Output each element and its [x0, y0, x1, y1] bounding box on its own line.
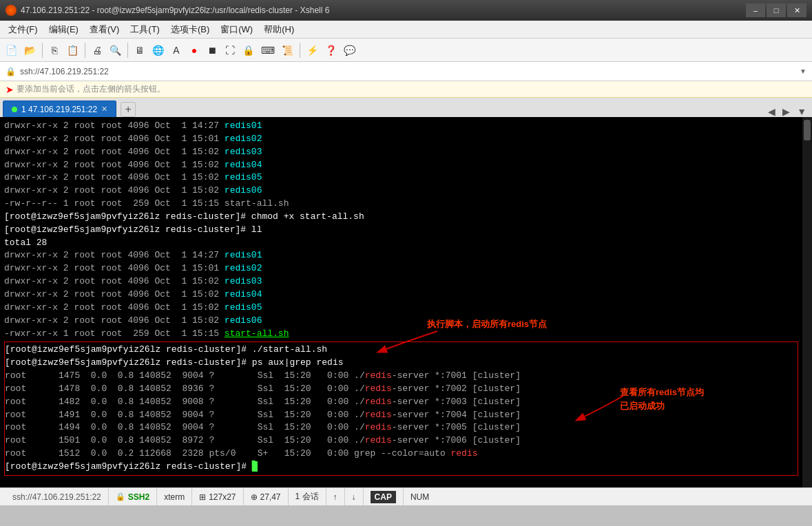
address-text: ssh://47.106.219.251:22 — [20, 67, 795, 76]
sessions-text: 1 会话 — [295, 491, 319, 503]
addressbar: 🔒 ssh://47.106.219.251:22 ▼ — [0, 62, 812, 81]
scroll-thumb[interactable] — [804, 120, 811, 140]
terminal-line: drwxr-xr-x 2 root root 4096 Oct 1 15:02 … — [4, 185, 798, 198]
terminal-line: root 1494 0.0 0.8 140852 9004 ? Ssl 15:2… — [5, 421, 798, 434]
terminal-line: drwxr-xr-x 2 root root 4096 Oct 1 15:02 … — [4, 288, 798, 302]
menu-edit[interactable]: 编辑(E) — [43, 21, 84, 38]
cursor-icon: ⊕ — [251, 492, 258, 502]
toolbar-lock[interactable]: 🔒 — [240, 42, 257, 59]
tab-navigation: ◀ ▶ ▼ — [765, 106, 809, 117]
ssh-address-text: ssh://47.106.219.251:22 — [12, 492, 101, 502]
terminal-line: root 1512 0.0 0.2 112668 2328 pts/0 S+ 1… — [5, 448, 798, 461]
toolbar-keyboard[interactable]: ⌨ — [258, 42, 278, 59]
size-icon: ⊞ — [199, 492, 206, 502]
status-cursor: ⊕ 27,47 — [244, 488, 289, 505]
toolbar-network[interactable]: 🌐 — [149, 42, 167, 59]
tab-session[interactable]: 1 47.106.219.251:22 ✕ — [3, 101, 116, 117]
vertical-scrollbar[interactable] — [802, 117, 812, 487]
status-cap: CAP — [364, 488, 404, 505]
toolbar-connect[interactable]: 🖥 — [132, 42, 148, 59]
protocol-text: SSH2 — [128, 492, 149, 502]
menu-help[interactable]: 帮助(H) — [258, 21, 300, 38]
menu-tools[interactable]: 工具(T) — [125, 21, 165, 38]
status-ssh-address: ssh://47.106.219.251:22 — [6, 488, 109, 505]
hint-arrow-icon: ➤ — [6, 84, 14, 95]
ssh2-icon: 🔒 — [116, 492, 125, 501]
toolbar-fullscreen[interactable]: ⛶ — [222, 42, 238, 59]
scroll-down-icon[interactable]: ↓ — [352, 492, 356, 502]
toolbar-font[interactable]: A — [168, 42, 185, 59]
toolbar: 📄 📂 ⎘ 📋 🖨 🔍 🖥 🌐 A ● ⏹ ⛶ 🔒 ⌨ 📜 ⚡ ❓ 💬 — [0, 39, 812, 62]
separator2 — [85, 43, 85, 58]
terminal-line: [root@izwz9ef5sjam9pvfyiz26lz redis-clus… — [5, 357, 798, 370]
toolbar-new[interactable]: 📄 — [3, 42, 20, 59]
app-icon — [6, 5, 17, 16]
menu-tabs[interactable]: 选项卡(B) — [165, 21, 215, 38]
toolbar-stop[interactable]: ⏹ — [204, 42, 220, 59]
tabbar: 1 47.106.219.251:22 ✕ + ◀ ▶ ▼ — [0, 98, 812, 117]
terminal-line: root 1501 0.0 0.8 140852 8972 ? Ssl 15:2… — [5, 434, 798, 448]
toolbar-copy[interactable]: ⎘ — [46, 42, 63, 59]
toolbar-red[interactable]: ● — [186, 42, 202, 59]
terminal-line: total 28 — [4, 237, 798, 250]
toolbar-script[interactable]: 📜 — [279, 42, 296, 59]
titlebar: 47.106.219.251:22 - root@izwz9ef5sjam9pv… — [0, 0, 812, 21]
status-num: NUM — [404, 488, 436, 505]
toolbar-print[interactable]: 🖨 — [89, 42, 105, 59]
terminal-line: [root@izwz9ef5sjam9pvfyiz26lz redis-clus… — [4, 211, 798, 224]
terminal-line: drwxr-xr-x 2 root root 4096 Oct 1 15:01 … — [4, 262, 798, 275]
terminal-line: drwxr-xr-x 2 root root 4096 Oct 1 15:02 … — [4, 171, 798, 185]
window-title: 47.106.219.251:22 - root@izwz9ef5sjam9pv… — [21, 6, 746, 15]
tab-add-button[interactable]: + — [121, 102, 136, 117]
toolbar-find[interactable]: 🔍 — [107, 42, 124, 59]
terminal-line: [root@izwz9ef5sjam9pvfyiz26lz redis-clus… — [5, 344, 798, 357]
terminal-line: drwxr-xr-x 2 root root 4096 Oct 1 15:01 … — [4, 133, 798, 146]
terminal[interactable]: drwxr-xr-x 2 root root 4096 Oct 1 14:27 … — [0, 117, 802, 487]
terminal-line: root 1491 0.0 0.8 140852 9004 ? Ssl 15:2… — [5, 409, 798, 422]
status-scroll-up[interactable]: ↑ — [326, 488, 345, 505]
close-button[interactable]: ✕ — [787, 3, 806, 17]
toolbar-chat[interactable]: 💬 — [341, 42, 358, 59]
separator4 — [300, 43, 300, 58]
address-dropdown[interactable]: ▼ — [800, 67, 806, 75]
encoding-text: xterm — [164, 492, 185, 502]
terminal-line: root 1475 0.0 0.8 140852 9004 ? Ssl 15:2… — [5, 370, 798, 383]
terminal-container: drwxr-xr-x 2 root root 4096 Oct 1 14:27 … — [0, 117, 812, 487]
separator — [42, 43, 43, 58]
terminal-line: root 1482 0.0 0.8 140852 9008 ? Ssl 15:2… — [5, 396, 798, 409]
terminal-line: [root@izwz9ef5sjam9pvfyiz26lz redis-clus… — [5, 461, 798, 474]
toolbar-open[interactable]: 📂 — [21, 42, 39, 59]
hint-text: 要添加当前会话，点击左侧的箭头按钮。 — [17, 83, 165, 95]
minimize-button[interactable]: – — [746, 3, 765, 17]
menu-file[interactable]: 文件(F) — [3, 21, 43, 38]
status-scroll-down[interactable]: ↓ — [345, 488, 364, 505]
terminal-line: -rwxr-xr-x 1 root root 259 Oct 1 15:15 s… — [4, 328, 798, 341]
menu-window[interactable]: 窗口(W) — [215, 21, 258, 38]
tab-menu-button[interactable]: ▼ — [794, 106, 809, 117]
size-text: 127x27 — [209, 492, 236, 502]
toolbar-help[interactable]: ❓ — [322, 42, 340, 59]
terminal-line: drwxr-xr-x 2 root root 4096 Oct 1 14:27 … — [4, 120, 798, 133]
status-protocol: 🔒 SSH2 — [109, 488, 157, 505]
terminal-line: -rw-r--r-- 1 root root 259 Oct 1 15:15 s… — [4, 198, 798, 211]
scroll-up-icon[interactable]: ↑ — [333, 492, 337, 502]
menu-view[interactable]: 查看(V) — [84, 21, 125, 38]
statusbar: ssh://47.106.219.251:22 🔒 SSH2 xterm ⊞ 1… — [0, 487, 812, 505]
menubar: 文件(F) 编辑(E) 查看(V) 工具(T) 选项卡(B) 窗口(W) 帮助(… — [0, 21, 812, 39]
toolbar-paste[interactable]: 📋 — [64, 42, 81, 59]
toolbar-send[interactable]: ⚡ — [304, 42, 321, 59]
terminal-line: drwxr-xr-x 2 root root 4096 Oct 1 15:02 … — [4, 302, 798, 315]
status-size: ⊞ 127x27 — [192, 488, 243, 505]
maximize-button[interactable]: □ — [767, 3, 786, 17]
terminal-line: [root@izwz9ef5sjam9pvfyiz26lz redis-clus… — [4, 224, 798, 237]
tab-next-button[interactable]: ▶ — [780, 106, 793, 117]
num-indicator: NUM — [410, 492, 429, 502]
hintbar: ➤ 要添加当前会话，点击左侧的箭头按钮。 — [0, 81, 812, 98]
tab-close-button[interactable]: ✕ — [101, 105, 107, 114]
terminal-line: drwxr-xr-x 2 root root 4096 Oct 1 15:02 … — [4, 315, 798, 328]
status-encoding: xterm — [157, 488, 192, 505]
tab-status-dot — [12, 107, 17, 112]
cap-indicator: CAP — [371, 491, 396, 503]
terminal-line: drwxr-xr-x 2 root root 4096 Oct 1 15:02 … — [4, 146, 798, 159]
tab-prev-button[interactable]: ◀ — [765, 106, 778, 117]
